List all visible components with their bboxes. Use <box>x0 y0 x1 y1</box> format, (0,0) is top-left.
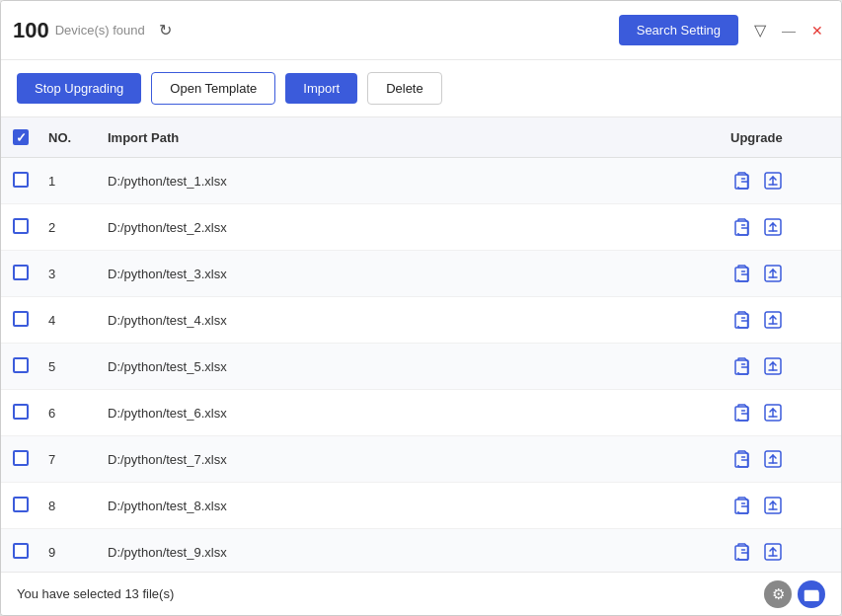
row-upgrade-cell <box>723 204 841 251</box>
row-checkbox[interactable] <box>13 497 29 512</box>
row-import-path: D:/python/test_6.xlsx <box>100 390 723 436</box>
row-checkbox[interactable] <box>13 218 29 234</box>
table-row: 9D:/python/test_9.xlsx <box>1 529 841 573</box>
browse-file-icon[interactable] <box>730 446 756 472</box>
row-upgrade-cell <box>723 158 841 204</box>
browse-file-icon[interactable] <box>730 353 756 379</box>
import-button[interactable]: Import <box>285 73 357 104</box>
row-checkbox[interactable] <box>13 265 29 280</box>
refresh-button[interactable]: ↻ <box>155 17 176 43</box>
upload-icon[interactable] <box>760 261 786 286</box>
title-bar: 100 Device(s) found ↻ Search Setting ▽ —… <box>1 1 841 60</box>
browse-file-icon[interactable] <box>730 261 756 286</box>
row-number: 4 <box>40 297 100 344</box>
browse-file-icon[interactable] <box>730 400 756 425</box>
row-number: 3 <box>40 251 100 297</box>
row-upgrade-cell <box>723 390 841 436</box>
upload-icon[interactable] <box>760 446 786 472</box>
upload-icon[interactable] <box>760 400 786 425</box>
table-row: 4D:/python/test_4.xlsx <box>1 297 841 344</box>
row-upgrade-cell <box>723 344 841 390</box>
row-checkbox[interactable] <box>13 172 29 188</box>
row-number: 1 <box>40 158 100 204</box>
row-upgrade-cell <box>723 251 841 297</box>
row-upgrade-cell <box>723 529 841 573</box>
status-bar: You have selected 13 file(s) ⚙ <box>1 572 841 615</box>
row-upgrade-cell <box>723 297 841 344</box>
row-import-path: D:/python/test_1.xlsx <box>100 158 723 204</box>
row-number: 2 <box>40 204 100 251</box>
device-count-number: 100 <box>13 18 49 43</box>
table-row: 5D:/python/test_5.xlsx <box>1 344 841 390</box>
upload-icon[interactable] <box>760 539 786 565</box>
row-checkbox[interactable] <box>13 404 29 420</box>
file-table: ✓ NO. Import Path Upgrade 1D:/python/tes… <box>1 117 841 572</box>
settings-icon-button[interactable]: ⚙ <box>764 580 792 608</box>
select-all-checkbox[interactable]: ✓ <box>13 129 29 145</box>
row-checkbox[interactable] <box>13 357 29 373</box>
filter-button[interactable]: ▽ <box>748 17 772 43</box>
table-row: 7D:/python/test_7.xlsx <box>1 436 841 483</box>
row-number: 5 <box>40 344 100 390</box>
header-no: NO. <box>40 117 100 158</box>
row-checkbox[interactable] <box>13 543 29 559</box>
row-import-path: D:/python/test_5.xlsx <box>100 344 723 390</box>
row-checkbox[interactable] <box>13 311 29 327</box>
browse-file-icon[interactable] <box>730 214 756 240</box>
delete-button[interactable]: Delete <box>367 72 442 105</box>
table-header-row: ✓ NO. Import Path Upgrade <box>1 117 841 158</box>
row-import-path: D:/python/test_9.xlsx <box>100 529 723 573</box>
browse-file-icon[interactable] <box>730 539 756 565</box>
table-row: 6D:/python/test_6.xlsx <box>1 390 841 436</box>
header-import-path: Import Path <box>100 117 723 158</box>
row-checkbox[interactable] <box>13 450 29 466</box>
row-import-path: D:/python/test_4.xlsx <box>100 297 723 344</box>
browse-file-icon[interactable] <box>730 168 756 193</box>
table-row: 8D:/python/test_8.xlsx <box>1 483 841 529</box>
search-setting-button[interactable]: Search Setting <box>619 15 738 45</box>
table-container: ✓ NO. Import Path Upgrade 1D:/python/tes… <box>1 117 841 572</box>
minimize-button[interactable]: — <box>776 19 802 42</box>
close-button[interactable]: ✕ <box>805 19 829 42</box>
toolbar: Stop Upgrading Open Template Import Dele… <box>1 60 841 117</box>
folder-icon <box>804 586 819 602</box>
main-window: 100 Device(s) found ↻ Search Setting ▽ —… <box>0 0 842 616</box>
upload-icon[interactable] <box>760 168 786 193</box>
row-number: 9 <box>40 529 100 573</box>
header-upgrade: Upgrade <box>723 117 841 158</box>
header-check: ✓ <box>1 117 40 158</box>
folder-icon-button[interactable] <box>798 580 825 608</box>
row-import-path: D:/python/test_7.xlsx <box>100 436 723 483</box>
browse-file-icon[interactable] <box>730 307 756 333</box>
open-template-button[interactable]: Open Template <box>151 72 275 105</box>
table-row: 1D:/python/test_1.xlsx <box>1 158 841 204</box>
row-number: 7 <box>40 436 100 483</box>
browse-file-icon[interactable] <box>730 493 756 518</box>
stop-upgrading-button[interactable]: Stop Upgrading <box>17 73 141 104</box>
table-row: 2D:/python/test_2.xlsx <box>1 204 841 251</box>
row-number: 6 <box>40 390 100 436</box>
device-count-area: 100 Device(s) found <box>13 18 145 43</box>
device-count-label: Device(s) found <box>55 23 145 38</box>
upload-icon[interactable] <box>760 353 786 379</box>
selected-count-text: You have selected 13 file(s) <box>17 586 174 601</box>
row-import-path: D:/python/test_3.xlsx <box>100 251 723 297</box>
upload-icon[interactable] <box>760 493 786 518</box>
table-row: 3D:/python/test_3.xlsx <box>1 251 841 297</box>
row-import-path: D:/python/test_8.xlsx <box>100 483 723 529</box>
upload-icon[interactable] <box>760 307 786 333</box>
row-import-path: D:/python/test_2.xlsx <box>100 204 723 251</box>
row-upgrade-cell <box>723 483 841 529</box>
upload-icon[interactable] <box>760 214 786 240</box>
row-upgrade-cell <box>723 436 841 483</box>
row-number: 8 <box>40 483 100 529</box>
